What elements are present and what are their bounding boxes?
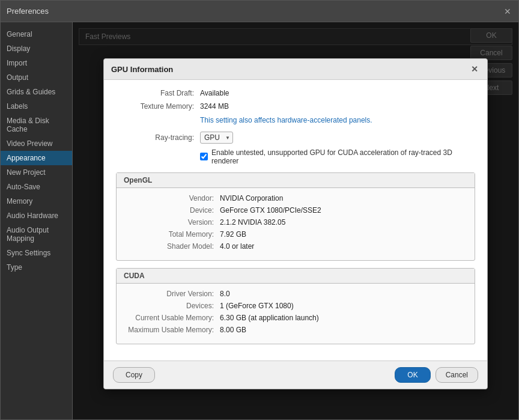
texture-memory-label: Texture Memory:: [116, 102, 200, 111]
sidebar-item-memory[interactable]: Memory: [1, 194, 72, 208]
ray-tracing-select-wrapper: CPU GPU: [200, 132, 233, 144]
opengl-device-row: Device: GeForce GTX 1080/PCIe/SSE2: [124, 206, 467, 215]
opengl-vendor-value: NVIDIA Corporation: [220, 194, 283, 202]
texture-memory-value: 3244 MB: [200, 102, 475, 111]
gpu-dialog-footer: Copy OK Cancel: [104, 361, 487, 389]
preferences-title: Preferences: [7, 7, 49, 16]
gpu-dialog-titlebar: GPU Information ✕: [104, 59, 487, 80]
cuda-driver-row: Driver Version: 8.0: [124, 290, 467, 298]
cuda-checkbox-row: Enable untested, unsupported GPU for CUD…: [200, 148, 475, 165]
cuda-max-memory-value: 8.00 GB: [220, 326, 246, 334]
copy-button[interactable]: Copy: [113, 367, 155, 383]
opengl-shader-value: 4.0 or later: [220, 242, 254, 251]
cuda-current-memory-label: Current Usable Memory:: [124, 314, 220, 322]
fast-draft-row: Fast Draft: Available: [116, 89, 475, 97]
opengl-total-memory-label: Total Memory:: [124, 230, 220, 239]
cuda-max-memory-label: Maximum Usable Memory:: [124, 326, 220, 334]
preferences-window: Preferences ✕ General Display Import Out…: [0, 0, 519, 420]
sidebar-item-labels[interactable]: Labels: [1, 99, 72, 114]
opengl-device-label: Device:: [124, 206, 220, 215]
sidebar-item-auto-save[interactable]: Auto-Save: [1, 180, 72, 194]
texture-memory-number: 3244: [200, 102, 216, 111]
gpu-ok-button[interactable]: OK: [395, 367, 430, 383]
sidebar-item-audio-output-mapping[interactable]: Audio Output Mapping: [1, 223, 72, 246]
cuda-driver-label: Driver Version:: [124, 290, 220, 298]
sidebar-item-new-project[interactable]: New Project: [1, 165, 72, 180]
sidebar-item-media-disk-cache[interactable]: Media & Disk Cache: [1, 114, 72, 136]
gpu-dialog: GPU Information ✕ Fast Draft: Available …: [103, 58, 488, 389]
footer-right-buttons: OK Cancel: [395, 367, 478, 383]
opengl-total-memory-row: Total Memory: 7.92 GB: [124, 230, 467, 239]
texture-memory-note: This setting also affects hardware-accel…: [200, 115, 475, 126]
sidebar-item-general[interactable]: General: [1, 27, 72, 41]
opengl-section-box: OpenGL Vendor: NVIDIA Corporation Device…: [116, 172, 475, 261]
ray-tracing-row: Ray-tracing: CPU GPU: [116, 132, 475, 144]
sidebar-item-grids-guides[interactable]: Grids & Guides: [1, 85, 72, 99]
gpu-dialog-title: GPU Information: [111, 65, 173, 74]
cuda-section-header: CUDA: [117, 269, 475, 284]
opengl-total-memory-value: 7.92 GB: [220, 230, 246, 239]
cuda-section-content: Driver Version: 8.0 Devices: 1 (GeForce …: [117, 284, 475, 344]
modal-overlay: GPU Information ✕ Fast Draft: Available …: [73, 22, 518, 419]
cuda-current-memory-value: 6.30 GB (at application launch): [220, 314, 319, 322]
opengl-device-value: GeForce GTX 1080/PCIe/SSE2: [220, 206, 321, 215]
gpu-dialog-close-btn[interactable]: ✕: [469, 64, 480, 75]
cuda-checkbox-label: Enable untested, unsupported GPU for CUD…: [211, 148, 475, 165]
opengl-shader-row: Shader Model: 4.0 or later: [124, 242, 467, 251]
ray-tracing-label: Ray-tracing:: [116, 133, 200, 142]
cuda-section-box: CUDA Driver Version: 8.0 Devices: 1 (GeF…: [116, 268, 475, 344]
fast-draft-label: Fast Draft:: [116, 89, 200, 97]
main-content: Fast Previews OK Cancel Previous Next GP…: [73, 22, 518, 419]
preferences-close-btn[interactable]: ✕: [503, 7, 512, 16]
fast-draft-value: Available: [200, 89, 475, 97]
cuda-max-memory-row: Maximum Usable Memory: 8.00 GB: [124, 326, 467, 334]
opengl-vendor-row: Vendor: NVIDIA Corporation: [124, 194, 467, 202]
sidebar-item-sync-settings[interactable]: Sync Settings: [1, 246, 72, 260]
opengl-section-header: OpenGL: [117, 173, 475, 188]
cuda-devices-row: Devices: 1 (GeForce GTX 1080): [124, 302, 467, 310]
texture-memory-row: Texture Memory: 3244 MB: [116, 102, 475, 111]
cuda-driver-value: 8.0: [220, 290, 230, 298]
sidebar-item-audio-hardware[interactable]: Audio Hardware: [1, 208, 72, 223]
gpu-cancel-button[interactable]: Cancel: [436, 367, 478, 383]
sidebar-item-output[interactable]: Output: [1, 70, 72, 85]
sidebar-item-appearance[interactable]: Appearance: [1, 151, 72, 165]
ray-tracing-select[interactable]: CPU GPU: [200, 132, 233, 144]
cuda-checkbox[interactable]: [200, 153, 208, 160]
texture-memory-unit: MB: [218, 102, 229, 111]
opengl-shader-label: Shader Model:: [124, 242, 220, 251]
opengl-version-value: 2.1.2 NVIDIA 382.05: [220, 218, 285, 227]
cuda-devices-value: 1 (GeForce GTX 1080): [220, 302, 294, 310]
sidebar-item-display[interactable]: Display: [1, 41, 72, 56]
sidebar-item-type[interactable]: Type: [1, 260, 72, 275]
opengl-vendor-label: Vendor:: [124, 194, 220, 202]
opengl-section-content: Vendor: NVIDIA Corporation Device: GeFor…: [117, 188, 475, 260]
sidebar: General Display Import Output Grids & Gu…: [1, 22, 73, 419]
gpu-dialog-body: Fast Draft: Available Texture Memory: 32…: [104, 80, 487, 361]
preferences-body: General Display Import Output Grids & Gu…: [1, 22, 518, 419]
sidebar-item-import[interactable]: Import: [1, 56, 72, 70]
opengl-version-label: Version:: [124, 218, 220, 227]
cuda-devices-label: Devices:: [124, 302, 220, 310]
sidebar-item-video-preview[interactable]: Video Preview: [1, 136, 72, 151]
preferences-titlebar: Preferences ✕: [1, 1, 518, 22]
opengl-version-row: Version: 2.1.2 NVIDIA 382.05: [124, 218, 467, 227]
cuda-current-memory-row: Current Usable Memory: 6.30 GB (at appli…: [124, 314, 467, 322]
